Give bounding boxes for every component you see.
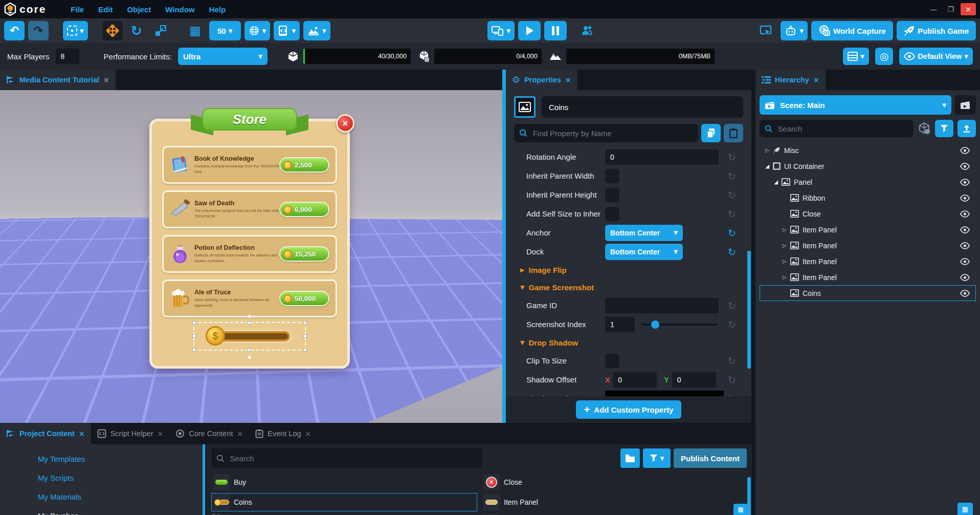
hierarchy-node-item-panel[interactable]: ▷Item Panel <box>760 238 976 253</box>
scene-manager-button[interactable] <box>954 95 976 115</box>
slider-knob[interactable] <box>651 320 659 329</box>
tab-project-content[interactable]: Project Content× <box>0 423 91 444</box>
close-tab-icon[interactable]: × <box>103 76 109 84</box>
performance-limits-dropdown[interactable]: Ultra▼ <box>178 48 268 65</box>
reset-property-icon[interactable]: ↺ <box>728 246 736 258</box>
visibility-toggle[interactable] <box>960 210 970 218</box>
world-capture-button[interactable]: World Capture <box>811 21 893 40</box>
scene-selector-dropdown[interactable]: Scene: Main▼ <box>760 95 951 115</box>
visibility-eye-icon[interactable] <box>960 163 970 170</box>
content-layout-button[interactable]: ▦ <box>733 504 748 515</box>
visibility-eye-icon[interactable] <box>960 274 970 281</box>
hierarchy-node-panel[interactable]: ◢Panel <box>760 174 976 190</box>
visibility-toggle[interactable] <box>960 163 970 170</box>
store-item-buy-button[interactable]: 15,250 <box>279 246 329 262</box>
visibility-toggle[interactable] <box>960 195 970 202</box>
hierarchy-node-coins[interactable]: Coins <box>760 285 976 301</box>
store-item-buy-button[interactable]: 6,000 <box>279 202 329 217</box>
section-drop-shadow[interactable]: ▼Drop Shadow <box>514 334 743 351</box>
hierarchy-node-ribbon[interactable]: Ribbon <box>760 190 976 206</box>
collapse-arrow-icon[interactable]: ▷ <box>781 259 788 264</box>
visibility-toggle[interactable] <box>960 274 970 281</box>
visibility-eye-icon[interactable] <box>960 179 970 186</box>
close-tab-icon[interactable]: × <box>158 430 164 438</box>
hierarchy-export-button[interactable] <box>957 120 976 137</box>
restore-button[interactable]: ❐ <box>943 3 959 15</box>
store-item-buy-button[interactable]: 2,500 <box>279 157 329 173</box>
expand-arrow-icon[interactable]: ◢ <box>764 163 771 169</box>
expand-arrow-icon[interactable]: ◢ <box>772 179 779 185</box>
select-tool-button[interactable]: ▼ <box>63 21 88 40</box>
clip-to-size-checkbox[interactable] <box>605 354 619 368</box>
asset-buy[interactable]: Buy <box>211 473 477 491</box>
reset-property-icon[interactable]: ↺ <box>728 152 736 163</box>
menu-edit[interactable]: Edit <box>91 5 120 14</box>
content-search-input[interactable] <box>229 454 477 463</box>
scale-tool-button[interactable] <box>150 21 171 40</box>
hierarchy-search-input[interactable] <box>777 124 908 134</box>
visibility-eye-icon[interactable] <box>960 195 970 202</box>
visibility-eye-icon[interactable] <box>960 242 970 249</box>
asset-panel[interactable]: Panel <box>211 513 477 515</box>
close-tab-icon[interactable]: × <box>813 76 819 84</box>
add-self-size-to-inher-checkbox[interactable] <box>605 207 619 221</box>
inherit-parent-width-checkbox[interactable] <box>605 169 619 183</box>
reset-property-icon[interactable]: ↺ <box>728 170 736 182</box>
visibility-toggle[interactable] <box>960 226 970 233</box>
move-tool-button[interactable] <box>102 21 123 40</box>
open-folder-button[interactable] <box>620 448 640 468</box>
store-item-buy-button[interactable]: 50,000 <box>279 291 329 306</box>
hierarchy-node-item-panel[interactable]: ▷Item Panel <box>760 269 976 285</box>
tab-core-content[interactable]: Core Content× <box>169 423 249 444</box>
hierarchy-node-close[interactable]: Close <box>760 206 976 222</box>
play-button[interactable] <box>518 21 541 40</box>
collapse-arrow-icon[interactable]: ▷ <box>781 227 788 232</box>
menu-file[interactable]: File <box>63 5 91 14</box>
world-settings-dropdown[interactable]: ▼ <box>244 21 271 40</box>
reset-property-icon[interactable]: ↺ <box>728 300 736 311</box>
tab-script-helper[interactable]: Script Helper× <box>91 423 170 444</box>
add-custom-property-button[interactable]: + Add Custom Property <box>576 400 682 419</box>
visibility-toggle[interactable] <box>960 179 970 186</box>
visibility-toggle[interactable] <box>960 242 970 249</box>
game-id-input[interactable] <box>605 298 719 313</box>
tab-properties[interactable]: ⚙ Properties × <box>506 70 577 90</box>
save-options-dropdown[interactable]: ▼ <box>843 48 869 65</box>
terrain-dropdown[interactable]: ▼ <box>303 21 330 40</box>
help-button[interactable]: ◎ <box>875 48 893 65</box>
screenshot-index-input[interactable]: 1 <box>605 317 635 332</box>
hierarchy-node-item-panel[interactable]: ▷Item Panel <box>760 253 976 269</box>
content-scrollbar[interactable] <box>747 477 751 515</box>
asset-item-panel[interactable]: Item Panel <box>481 493 696 511</box>
property-search-input[interactable] <box>532 128 693 138</box>
reset-property-icon[interactable]: ↺ <box>728 374 736 385</box>
close-tab-icon[interactable]: × <box>305 430 311 438</box>
properties-scrollbar[interactable] <box>747 251 751 369</box>
paste-properties-button[interactable] <box>724 124 743 142</box>
visibility-toggle[interactable] <box>960 258 970 265</box>
anchor-dropdown[interactable]: Bottom Center▼ <box>605 225 683 241</box>
visibility-eye-icon[interactable] <box>960 210 970 218</box>
screenshot-index-slider[interactable] <box>642 324 718 326</box>
hierarchy-node-item-panel[interactable]: ▷Item Panel <box>760 222 976 238</box>
sidebar-item-my-scripts[interactable]: My Scripts <box>0 468 203 487</box>
menu-help[interactable]: Help <box>202 5 233 14</box>
rotation-angle-input[interactable]: 0 <box>605 149 719 165</box>
grid-snap-toggle[interactable]: ▦ <box>185 21 206 40</box>
tab-hierarchy[interactable]: Hierarchy × <box>755 70 826 90</box>
section-game-screenshot[interactable]: ▼Game Screenshot <box>514 278 743 296</box>
sidebar-item-my-brushes[interactable]: My Brushes <box>0 506 203 515</box>
multiplayer-preview-dropdown[interactable]: ▼ <box>487 21 515 40</box>
reset-property-icon[interactable]: ↺ <box>728 355 736 367</box>
default-view-dropdown[interactable]: Default View▼ <box>899 48 973 65</box>
viewport-canvas[interactable]: Store × Book of KnowledgeContains mystic… <box>0 90 502 423</box>
pause-button[interactable] <box>544 21 567 40</box>
close-window-button[interactable]: × <box>961 3 976 15</box>
dock-dropdown[interactable]: Bottom Center▼ <box>605 244 683 260</box>
copy-properties-button[interactable] <box>701 124 721 142</box>
hierarchy-layout-button[interactable]: ▦ <box>957 503 973 515</box>
content-search-box[interactable] <box>211 448 482 468</box>
sidebar-item-my-materials[interactable]: My Materials <box>0 487 203 506</box>
reset-property-icon[interactable]: ↺ <box>728 319 736 330</box>
hierarchy-node-ui-container[interactable]: ◢UI Container <box>760 158 976 174</box>
